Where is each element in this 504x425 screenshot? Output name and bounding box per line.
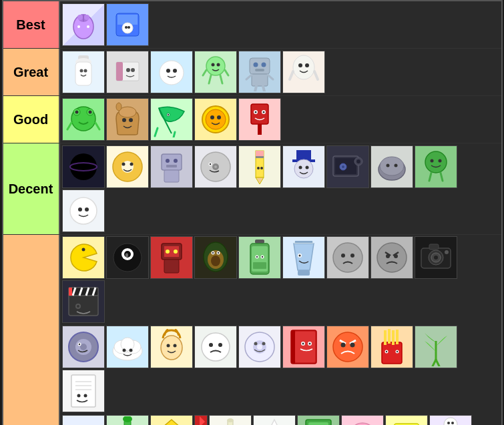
list-item[interactable] [106, 326, 149, 368]
svg-rect-141 [298, 270, 310, 276]
svg-point-19 [126, 68, 130, 72]
svg-rect-204 [384, 330, 387, 345]
svg-point-55 [116, 103, 121, 111]
svg-point-11 [128, 26, 130, 29]
list-item[interactable] [106, 98, 149, 141]
list-item[interactable] [282, 326, 325, 368]
svg-text:8: 8 [125, 253, 128, 258]
svg-point-107 [425, 151, 447, 173]
svg-point-104 [380, 157, 404, 175]
list-item[interactable] [62, 189, 105, 232]
svg-marker-89 [256, 177, 264, 184]
list-item[interactable] [150, 236, 193, 279]
list-item[interactable] [194, 145, 237, 188]
list-item[interactable] [194, 415, 208, 425]
svg-point-202 [350, 343, 354, 348]
list-item[interactable] [370, 145, 413, 188]
list-item[interactable] [62, 280, 105, 323]
list-item[interactable] [62, 3, 105, 46]
tier-row-best: Best [3, 1, 501, 49]
svg-point-168 [77, 305, 79, 308]
svg-point-159 [445, 250, 449, 254]
svg-rect-64 [251, 104, 268, 124]
list-item[interactable] [194, 98, 237, 141]
list-item[interactable] [62, 98, 105, 141]
svg-point-85 [209, 163, 210, 165]
svg-marker-242 [261, 420, 288, 425]
list-item[interactable] [106, 145, 149, 188]
list-item[interactable] [282, 145, 325, 188]
svg-point-149 [377, 243, 407, 272]
list-item[interactable] [238, 236, 281, 279]
list-item[interactable]: 8 [106, 236, 149, 279]
svg-point-108 [430, 159, 433, 163]
svg-line-50 [67, 123, 71, 129]
list-item[interactable] [326, 326, 369, 368]
list-item[interactable] [106, 51, 149, 93]
list-item[interactable] [238, 145, 281, 188]
list-item[interactable] [106, 3, 149, 46]
list-item[interactable] [238, 51, 281, 93]
meh-row-2 [60, 324, 501, 414]
list-item[interactable] [62, 370, 105, 412]
svg-point-49 [88, 111, 91, 114]
list-item[interactable] [415, 326, 457, 368]
svg-rect-192 [291, 330, 295, 364]
svg-point-41 [298, 63, 302, 67]
svg-point-112 [70, 197, 97, 224]
list-item[interactable] [385, 415, 428, 425]
list-item[interactable] [62, 236, 105, 279]
tier-content-best [60, 1, 501, 48]
svg-point-146 [333, 243, 362, 272]
svg-point-145 [298, 255, 300, 257]
list-item[interactable] [253, 415, 296, 425]
svg-point-106 [394, 164, 397, 167]
list-item[interactable] [62, 145, 105, 188]
list-item[interactable] [150, 98, 193, 141]
list-item[interactable] [341, 415, 384, 425]
list-item[interactable] [415, 145, 457, 188]
list-item[interactable] [150, 51, 193, 93]
svg-point-220 [83, 394, 87, 398]
svg-point-40 [293, 55, 314, 79]
list-item[interactable] [62, 326, 105, 368]
svg-line-38 [255, 86, 256, 91]
svg-point-184 [209, 343, 213, 347]
list-item[interactable] [150, 145, 193, 188]
list-item[interactable] [209, 415, 252, 425]
list-item[interactable] [326, 236, 369, 279]
list-item[interactable] [62, 415, 105, 425]
list-item[interactable] [370, 326, 413, 368]
svg-rect-207 [396, 330, 399, 344]
list-item[interactable] [62, 51, 105, 93]
list-item[interactable] [282, 51, 325, 93]
svg-rect-206 [392, 330, 395, 345]
list-item[interactable] [194, 236, 237, 279]
svg-point-2 [77, 15, 83, 20]
list-item[interactable] [238, 98, 281, 141]
list-item[interactable] [282, 236, 325, 279]
list-item[interactable] [106, 415, 149, 425]
list-item[interactable] [370, 236, 413, 279]
svg-point-57 [167, 114, 168, 115]
svg-point-182 [173, 344, 176, 348]
svg-rect-205 [388, 329, 391, 344]
svg-point-100 [356, 159, 360, 163]
list-item[interactable] [150, 326, 193, 368]
list-item[interactable] [194, 51, 237, 93]
list-item[interactable] [297, 415, 340, 425]
svg-line-214 [436, 360, 439, 366]
svg-rect-14 [75, 62, 91, 85]
svg-point-122 [166, 250, 170, 254]
svg-point-266 [447, 422, 450, 424]
svg-point-171 [80, 344, 87, 350]
svg-point-127 [211, 256, 220, 266]
svg-rect-88 [256, 156, 264, 158]
list-item[interactable] [194, 326, 237, 368]
list-item[interactable] [429, 415, 472, 425]
list-item[interactable] [415, 236, 457, 279]
list-item[interactable] [326, 145, 369, 188]
list-item[interactable] [238, 326, 281, 368]
list-item[interactable] [150, 415, 193, 425]
svg-rect-87 [256, 151, 264, 156]
